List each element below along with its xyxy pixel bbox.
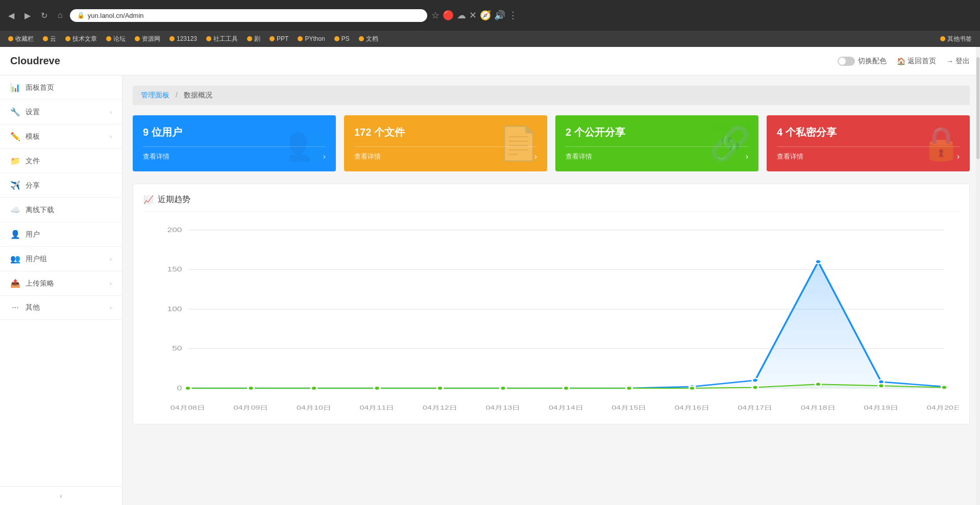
sidebar-item-usergroup[interactable]: 👥 用户组 ›	[0, 247, 122, 271]
sidebar-item-upload[interactable]: 📤 上传策略 ›	[0, 271, 122, 296]
back-button[interactable]: ◀	[5, 9, 17, 22]
app-logo: Cloudreve	[10, 55, 60, 67]
forward-button[interactable]: ▶	[21, 9, 34, 22]
chart-title-text: 近期趋势	[158, 194, 190, 205]
svg-point-19	[752, 378, 758, 383]
bookmark-item[interactable]: 文档	[355, 33, 382, 45]
chart-container: 050100150200 04月08日04月09日04月10日04月11日04月…	[143, 220, 959, 414]
address-bar[interactable]: 🔒 yun.lanol.cn/Admin	[70, 9, 427, 22]
stat-card-private_share[interactable]: 4 个私密分享 🔒 查看详情 ›	[767, 115, 970, 171]
svg-text:100: 100	[167, 306, 182, 313]
svg-text:04月19日: 04月19日	[864, 405, 898, 411]
extension-icon[interactable]: 🔴	[443, 10, 454, 21]
return-home-link[interactable]: 🏠 返回首页	[897, 57, 936, 66]
logout-link[interactable]: → 登出	[946, 57, 970, 66]
bookmark-item[interactable]: PPT	[265, 34, 292, 44]
sidebar-arrow: ›	[110, 256, 112, 263]
svg-point-33	[815, 382, 821, 386]
bookmark-dot	[359, 36, 364, 41]
bookmark-item[interactable]: 123123	[165, 34, 201, 44]
sidebar-arrow: ›	[110, 133, 112, 140]
theme-toggle[interactable]: 切换配色	[838, 57, 887, 66]
sidebar-item-other[interactable]: ··· 其他 ›	[0, 296, 122, 320]
svg-text:150: 150	[167, 266, 182, 273]
scrollbar[interactable]	[976, 75, 980, 505]
sidebar-icon: 📤	[10, 279, 20, 288]
toggle-thumb	[839, 58, 846, 65]
bookmark-item[interactable]: 剧	[243, 33, 264, 45]
sidebar-icon: 🔧	[10, 107, 20, 117]
lock-icon: 🔒	[77, 12, 85, 19]
stat-card-users[interactable]: 9 位用户 👥 查看详情 ›	[133, 115, 336, 171]
svg-point-34	[878, 384, 885, 388]
svg-text:200: 200	[167, 226, 182, 234]
top-bar: Cloudreve 切换配色 🏠 返回首页 → 登出	[0, 47, 980, 75]
sidebar-icon: 👥	[10, 254, 20, 264]
series1-area	[188, 262, 944, 388]
stat-detail[interactable]: 查看详情	[777, 152, 803, 161]
browser-chrome: ◀ ▶ ↻ ⌂ 🔒 yun.lanol.cn/Admin ☆ 🔴 ☁ ✕ 🧭 🔊…	[0, 0, 980, 31]
bookmark-item[interactable]: PS	[330, 34, 354, 44]
bookmark-item[interactable]: 论坛	[102, 33, 130, 45]
bookmark-dot	[940, 36, 945, 41]
stat-card-files[interactable]: 172 个文件 📄 查看详情 ›	[344, 115, 547, 171]
main-content: 管理面板 / 数据概况 9 位用户 👥 查看详情 › 172 个文件 📄 查看详…	[122, 75, 980, 505]
svg-point-31	[689, 386, 695, 390]
address-text: yun.lanol.cn/Admin	[88, 12, 144, 19]
close-icon[interactable]: ✕	[469, 10, 477, 21]
stat-detail[interactable]: 查看详情	[143, 152, 169, 161]
sidebar-label: 用户	[26, 230, 112, 239]
home-button[interactable]: ⌂	[55, 9, 66, 22]
bookmark-item[interactable]: 收藏栏	[4, 33, 38, 45]
breadcrumb-parent[interactable]: 管理面板	[141, 91, 169, 99]
sidebar-icon: ✈️	[10, 181, 20, 190]
sidebar-icon: 👤	[10, 230, 20, 239]
home-icon: 🏠	[897, 57, 905, 65]
nav-icon[interactable]: 🧭	[480, 10, 491, 21]
chart-section: 📈 近期趋势 050100150200 04月08日04月09日04月10日04…	[133, 184, 970, 424]
sidebar-item-template[interactable]: ✏️ 模板 ›	[0, 124, 122, 149]
bookmark-dot	[43, 36, 48, 41]
collapse-button[interactable]: ‹	[0, 486, 122, 505]
sidebar-label: 其他	[26, 303, 105, 312]
bookmark-item[interactable]: 云	[39, 33, 60, 45]
bookmark-dot	[298, 36, 303, 41]
sidebar-item-share[interactable]: ✈️ 分享	[0, 173, 122, 198]
stats-cards: 9 位用户 👥 查看详情 › 172 个文件 📄 查看详情 › 2 个公开分享 …	[133, 115, 970, 171]
bookmark-item[interactable]: 社工工具	[202, 33, 242, 45]
svg-point-32	[752, 385, 758, 389]
bookmark-dot	[206, 36, 211, 41]
breadcrumb-current: 数据概况	[184, 91, 212, 99]
stat-detail[interactable]: 查看详情	[354, 152, 381, 161]
cloud-icon[interactable]: ☁	[457, 10, 466, 21]
stat-detail[interactable]: 查看详情	[566, 152, 592, 161]
sidebar-item-dashboard[interactable]: 📊 面板首页	[0, 75, 122, 100]
bookmark-dot	[106, 36, 111, 41]
svg-text:04月10日: 04月10日	[297, 405, 331, 411]
sidebar-label: 模板	[26, 132, 105, 141]
svg-text:04月14日: 04月14日	[549, 405, 583, 411]
speaker-icon[interactable]: 🔊	[494, 10, 505, 21]
bookmark-dot	[270, 36, 275, 41]
sidebar-item-download[interactable]: ☁️ 离线下载	[0, 198, 122, 222]
breadcrumb: 管理面板 / 数据概况	[133, 86, 970, 105]
reload-button[interactable]: ↻	[38, 9, 51, 22]
star-icon[interactable]: ☆	[431, 10, 439, 21]
other-bookmarks-label: 其他书签	[947, 35, 972, 43]
stat-card-public_share[interactable]: 2 个公开分享 🔗 查看详情 ›	[555, 115, 758, 171]
svg-point-28	[500, 386, 506, 390]
bookmarks-bar: 收藏栏云技术文章论坛资源网123123社工工具剧PPTPYthonPS文档 其他…	[0, 31, 980, 47]
bookmark-item[interactable]: 技术文章	[61, 33, 101, 45]
sidebar-item-user[interactable]: 👤 用户	[0, 222, 122, 247]
svg-point-20	[815, 260, 821, 264]
svg-text:04月16日: 04月16日	[675, 405, 709, 411]
app-container: Cloudreve 切换配色 🏠 返回首页 → 登出 📊 面板首页	[0, 47, 980, 505]
bookmark-item[interactable]: 资源网	[131, 33, 164, 45]
logout-icon: →	[946, 57, 953, 65]
sidebar-item-file[interactable]: 📁 文件	[0, 149, 122, 173]
other-bookmarks[interactable]: 其他书签	[936, 33, 976, 45]
menu-icon[interactable]: ⋮	[508, 10, 518, 21]
sidebar-item-settings[interactable]: 🔧 设置 ›	[0, 100, 122, 124]
svg-point-29	[563, 386, 569, 390]
bookmark-item[interactable]: PYthon	[293, 34, 329, 44]
